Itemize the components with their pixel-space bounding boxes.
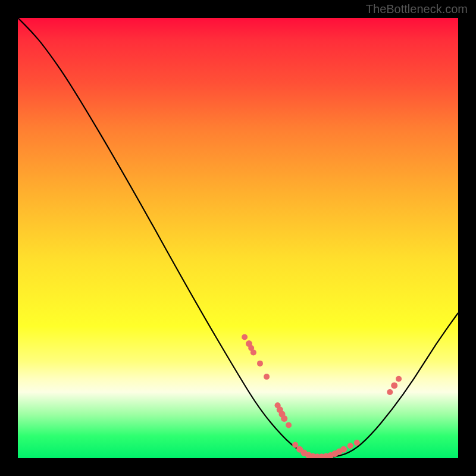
- chart-plot-area: [18, 18, 458, 458]
- data-point: [250, 349, 256, 355]
- chart-svg: [18, 18, 458, 458]
- data-point: [286, 422, 292, 428]
- data-point: [340, 446, 347, 453]
- data-point: [347, 443, 353, 449]
- data-point: [292, 442, 298, 448]
- data-point-clusters: [242, 334, 402, 459]
- watermark-text: TheBottleneck.com: [366, 2, 468, 16]
- data-point: [396, 376, 402, 382]
- data-point: [354, 440, 360, 446]
- data-point: [387, 389, 393, 395]
- data-point: [257, 361, 263, 367]
- data-point: [264, 374, 270, 380]
- data-point: [391, 382, 397, 389]
- data-point: [281, 415, 287, 422]
- data-point: [242, 334, 248, 340]
